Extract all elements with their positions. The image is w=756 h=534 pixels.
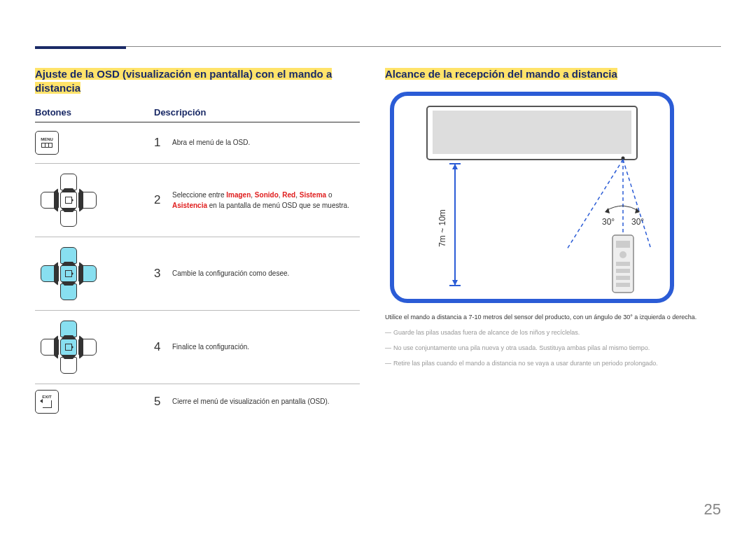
svg-marker-12 xyxy=(605,208,610,213)
svg-point-16 xyxy=(620,251,626,258)
note-line: ―Retire las pilas cuando el mando a dist… xyxy=(385,358,721,369)
header-description: Descripción xyxy=(154,107,360,118)
step-number: 2 xyxy=(154,193,172,207)
menu-label: MENU xyxy=(41,137,53,141)
step-number: 5 xyxy=(154,395,172,409)
osd-table: Botones Descripción MENU 1 Abra el menú … xyxy=(35,107,360,419)
dash-icon: ― xyxy=(385,358,393,369)
button-cell: MENU xyxy=(35,131,154,155)
menu-option: Imagen xyxy=(226,191,251,199)
dpad-up-icon xyxy=(60,247,77,264)
menu-option: Sonido xyxy=(255,191,279,199)
svg-rect-17 xyxy=(616,262,630,266)
table-row: MENU 1 Abra el menú de la OSD. xyxy=(35,122,360,164)
dpad-right-icon xyxy=(78,265,97,282)
step-description: Abra el menú de la OSD. xyxy=(172,137,360,148)
section-title-left: Ajuste de la OSD (visualización en panta… xyxy=(35,67,360,96)
svg-point-3 xyxy=(622,157,625,160)
svg-marker-6 xyxy=(452,164,458,169)
button-cell xyxy=(35,172,154,228)
range-label: 7m ~ 10m xyxy=(438,209,447,247)
left-title-text: Ajuste de la OSD (visualización en panta… xyxy=(35,68,332,94)
reception-svg: 7m ~ 10m 30° 30° xyxy=(385,88,679,305)
step-description: Cambie la configuración como desee. xyxy=(172,268,360,279)
dpad-right-icon xyxy=(78,339,97,356)
table-row: 4 Finalice la configuración. xyxy=(35,311,360,384)
return-arrow-icon xyxy=(43,400,52,408)
dpad-up-icon xyxy=(60,174,77,190)
right-title-text: Alcance de la recepción del mando a dist… xyxy=(385,68,617,80)
svg-rect-2 xyxy=(433,111,631,154)
dpad-center-icon xyxy=(60,265,77,282)
page-number: 25 xyxy=(704,500,721,519)
svg-marker-8 xyxy=(452,280,458,286)
step-number: 3 xyxy=(154,267,172,281)
section-title-right: Alcance de la recepción del mando a dist… xyxy=(385,67,721,81)
dpad-center-icon xyxy=(60,339,77,356)
sep: o xyxy=(326,191,332,199)
dpad-center-icon xyxy=(60,192,77,209)
dpad-left-icon xyxy=(41,339,59,356)
right-column: Alcance de la recepción del mando a dist… xyxy=(385,67,721,419)
note-line: ―Guarde las pilas usadas fuera de alcanc… xyxy=(385,327,721,338)
exit-label: EXIT xyxy=(42,395,51,399)
dpad-up-icon xyxy=(60,321,77,337)
accent-rule xyxy=(35,46,126,49)
header-buttons: Botones xyxy=(35,107,154,118)
dpad-icon xyxy=(35,246,102,302)
left-column: Ajuste de la OSD (visualización en panta… xyxy=(35,67,385,419)
note-line: ―No use conjuntamente una pila nueva y o… xyxy=(385,342,721,353)
manual-page: Ajuste de la OSD (visualización en panta… xyxy=(0,0,756,534)
menu-bars-icon xyxy=(41,143,52,148)
reception-body: Utilice el mando a distancia a 7-10 metr… xyxy=(385,312,721,322)
note-text: Guarde las pilas usadas fuera de alcance… xyxy=(393,329,580,336)
svg-rect-15 xyxy=(616,241,630,248)
dpad-right-icon xyxy=(78,192,97,209)
svg-rect-20 xyxy=(616,283,630,287)
svg-rect-19 xyxy=(616,276,630,280)
dpad-icon xyxy=(35,172,102,228)
button-cell xyxy=(35,319,154,375)
note-text: No use conjuntamente una pila nueva y ot… xyxy=(393,344,650,351)
dash-icon: ― xyxy=(385,327,393,338)
table-row: 2 Seleccione entre Imagen, Sonido, Red, … xyxy=(35,164,360,237)
table-header: Botones Descripción xyxy=(35,107,360,122)
desc-text: en la pantalla de menú OSD que se muestr… xyxy=(207,202,349,209)
page-content: Ajuste de la OSD (visualización en panta… xyxy=(35,67,721,419)
menu-button-icon: MENU xyxy=(35,131,59,155)
step-number: 1 xyxy=(154,136,172,150)
dpad-down-icon xyxy=(60,357,77,374)
button-cell: EXIT xyxy=(35,390,154,414)
table-row: 3 Cambie la configuración como desee. xyxy=(35,237,360,311)
dpad-left-icon xyxy=(41,265,59,282)
step-description: Seleccione entre Imagen, Sonido, Red, Si… xyxy=(172,190,360,211)
svg-rect-18 xyxy=(616,269,630,273)
step-number: 4 xyxy=(154,340,172,354)
angle-right: 30° xyxy=(631,217,644,227)
reception-diagram: 7m ~ 10m 30° 30° xyxy=(385,88,679,308)
dpad-down-icon xyxy=(60,283,77,300)
dpad-icon xyxy=(35,319,102,375)
table-row: EXIT 5 Cierre el menú de visualización e… xyxy=(35,384,360,419)
step-description: Finalice la configuración. xyxy=(172,342,360,352)
menu-option: Red xyxy=(282,191,295,199)
menu-option: Asistencia xyxy=(172,202,207,209)
exit-button-icon: EXIT xyxy=(35,390,59,414)
note-text: Retire las pilas cuando el mando a dista… xyxy=(393,360,658,367)
angle-left: 30° xyxy=(602,217,615,227)
step-description: Cierre el menú de visualización en panta… xyxy=(172,396,360,407)
top-rule xyxy=(35,46,721,47)
menu-option: Sistema xyxy=(300,191,326,199)
dpad-down-icon xyxy=(60,210,77,227)
desc-text: Seleccione entre xyxy=(172,191,226,199)
dash-icon: ― xyxy=(385,342,393,353)
button-cell xyxy=(35,246,154,302)
dpad-left-icon xyxy=(41,192,59,209)
